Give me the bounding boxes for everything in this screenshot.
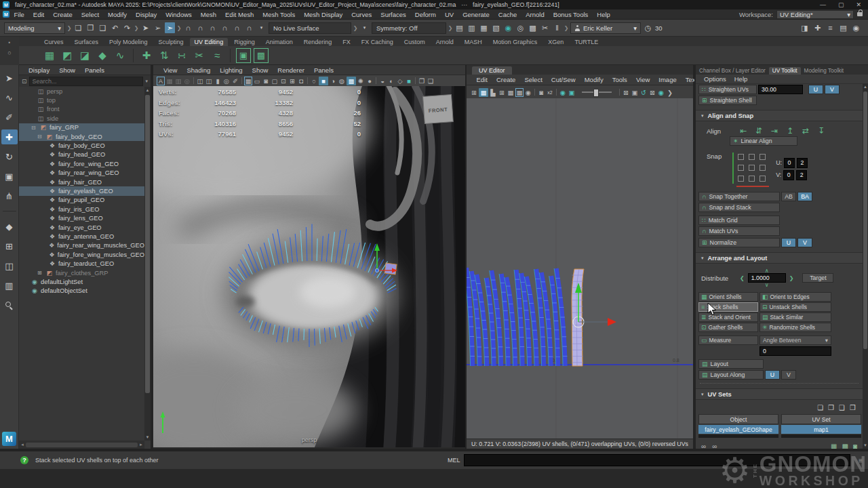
history-render-icon[interactable]: ✂	[540, 22, 550, 33]
uv-set-action-icon[interactable]: ❏	[817, 404, 823, 411]
normalize-u-button[interactable]: U	[781, 238, 796, 247]
viewport-toolbar-icon[interactable]	[193, 77, 194, 84]
viewport-toolbar-icon[interactable]: ▢	[271, 77, 279, 85]
viewport-toolbar-icon[interactable]	[415, 77, 416, 84]
uv-editor-menu-item[interactable]: Image	[654, 76, 681, 83]
snap-icon[interactable]: ∩	[232, 22, 242, 33]
straighten-v-button[interactable]: V	[825, 85, 840, 94]
viewport-toolbar-icon[interactable]	[241, 77, 242, 84]
layout-along-button[interactable]: ▤ Layout Along	[698, 370, 764, 380]
viewport-toolbar-icon[interactable]: ◍	[338, 77, 346, 85]
shelf-tab[interactable]: Sculpting	[154, 38, 189, 46]
outliner-item[interactable]: ◫ side	[19, 114, 144, 123]
viewport-menu-item[interactable]: Show	[248, 66, 273, 74]
tool-icon[interactable]: ⋔	[1, 188, 18, 203]
toolkit-scrollbar[interactable]: ▲ ▼	[863, 83, 868, 449]
right-panel-tab[interactable]: Modeling Toolkit	[801, 67, 848, 75]
measure-button[interactable]: ▭ Measure	[698, 336, 758, 345]
filter-icon[interactable]: ⊡	[22, 78, 27, 85]
viewport-toolbar-icon[interactable]: ▥	[174, 77, 182, 85]
menu-item[interactable]: Curves	[347, 11, 376, 18]
tool-icon[interactable]: ↻	[1, 149, 18, 164]
menu-set-selector[interactable]: Modeling▾	[4, 22, 65, 34]
tool-icon[interactable]: ➤	[1, 70, 18, 85]
uv-toolbar-icon[interactable]: ⊠	[622, 88, 630, 97]
uv-set-link-icon[interactable]: ∞	[701, 443, 706, 449]
outliner-item[interactable]: ❖ fairy_head_GEO	[19, 150, 144, 159]
shelf-tab[interactable]: Curves	[39, 38, 68, 46]
uv-toolbar-icon[interactable]: ⊞	[498, 88, 506, 97]
viewport-toolbar-icon[interactable]: ◎	[183, 77, 191, 85]
chevron-down-icon[interactable]: ▾	[256, 22, 267, 33]
viewport-toolbar-icon[interactable]: ⊡	[279, 77, 288, 85]
status-icon[interactable]: ❒	[85, 22, 96, 33]
menu-item[interactable]: Mesh Tools	[258, 11, 300, 18]
viewport-menu-item[interactable]: Shading	[182, 66, 215, 74]
uv-set-link-icon[interactable]: ∞	[712, 443, 717, 449]
menu-item[interactable]: Surfaces	[376, 11, 411, 18]
menu-item[interactable]: Select	[77, 11, 103, 18]
shelf-gear-icon[interactable]: ○	[7, 49, 11, 56]
viewport-toolbar-icon[interactable]: ▮	[214, 77, 222, 85]
shelf-tab[interactable]: Rigging	[229, 38, 260, 46]
shelf-button[interactable]: ▦	[42, 48, 57, 63]
uv-editor-panel[interactable]: UV Editor Edit Create Select Cut/Sew Mod…	[467, 65, 693, 449]
menu-item[interactable]: UV	[440, 11, 458, 18]
spin-down-arrow[interactable]: ∨	[765, 283, 769, 287]
uv-toolbar-icon[interactable]: ▙	[489, 88, 497, 97]
status-icon[interactable]: ❏	[73, 22, 83, 33]
uv-editor-menu-item[interactable]: Tools	[608, 76, 631, 83]
shelf-button[interactable]	[133, 49, 134, 62]
group-separator[interactable]: ❯	[134, 22, 138, 33]
menu-item[interactable]: File	[9, 11, 28, 18]
scrollbar-thumb[interactable]	[26, 443, 138, 447]
uv-set-footer-icon[interactable]: ▦	[831, 443, 837, 449]
uv-editor-menu-item[interactable]: Select	[520, 76, 547, 83]
outliner-hscrollbar[interactable]: ◄ ►	[19, 441, 144, 449]
snap-checkbox[interactable]	[760, 176, 766, 182]
menu-item[interactable]: Generate	[458, 11, 494, 18]
scrollbar-thumb[interactable]	[145, 95, 150, 393]
uv-set-action-icon[interactable]: ❑	[839, 404, 845, 411]
snap-u-offset-field[interactable]: 0	[784, 158, 795, 168]
outliner-item[interactable]: ⊟ ◩ fairy_GRP	[19, 123, 144, 132]
outliner-item[interactable]: ⊟ ◩ fairy_body_GEO	[19, 132, 144, 141]
viewport-menu-item[interactable]: Renderer	[273, 66, 309, 74]
uv-sets-section-header[interactable]: ▾ UV Sets	[696, 388, 863, 400]
viewport-toolbar-icon[interactable]: A	[157, 77, 165, 85]
snap-checkbox[interactable]	[749, 176, 755, 182]
tool-icon[interactable]: ✐	[1, 110, 18, 125]
outliner-item[interactable]: ❖ fairy_antenna_GEO	[19, 232, 144, 241]
panel-toggle-icon[interactable]: ✚	[812, 22, 823, 33]
close-button[interactable]: ✕	[856, 1, 861, 8]
outliner-item[interactable]: ◫ top	[19, 96, 144, 104]
shelf-tab[interactable]: Surfaces	[70, 38, 104, 46]
snap-checkbox[interactable]	[738, 154, 744, 160]
align-icon-button[interactable]: ⇵	[754, 127, 764, 135]
snap-ba-button[interactable]: BA	[797, 192, 812, 201]
viewport-toolbar-icon[interactable]	[376, 77, 376, 84]
history-render-icon[interactable]: ▧	[491, 22, 501, 33]
outliner-item[interactable]: ◫ persp	[19, 87, 144, 96]
arrange-and-layout-section-header[interactable]: ▾ Arrange and Layout	[696, 252, 863, 264]
minimize-button[interactable]: —	[820, 1, 826, 8]
align-icon-button[interactable]: ⇥	[770, 127, 779, 135]
shelf-button[interactable]: ▩	[254, 48, 269, 63]
scroll-right-arrow[interactable]: ►	[139, 443, 143, 447]
uv-editor-menu-item[interactable]: Edit	[472, 76, 492, 83]
shelf-button[interactable]	[230, 49, 231, 62]
viewport-toolbar-icon[interactable]: ◐	[387, 77, 395, 85]
viewport-toolbar-icon[interactable]: ◫	[196, 77, 204, 85]
toolkit-menu-item[interactable]: Help	[730, 75, 752, 83]
uv-set-footer-icon[interactable]: ◙	[853, 443, 857, 449]
decrement-arrow[interactable]: ❮	[740, 276, 745, 281]
menu-item[interactable]: Deform	[410, 11, 440, 18]
expand-toggle-icon[interactable]: ⊟	[31, 125, 37, 131]
uv-set-action-icon[interactable]: ❒	[850, 404, 856, 411]
uv-toolbar-icon[interactable]: ▦	[515, 88, 524, 97]
shelf-tab[interactable]: XGen	[543, 38, 568, 46]
uv-toolbar-icon[interactable]: ⊞	[470, 88, 478, 97]
uv-editor-menu-item[interactable]: View	[631, 76, 654, 83]
uv-toolbar-icon[interactable]	[556, 89, 557, 96]
viewport-toolbar-icon[interactable]: ●	[366, 77, 374, 85]
